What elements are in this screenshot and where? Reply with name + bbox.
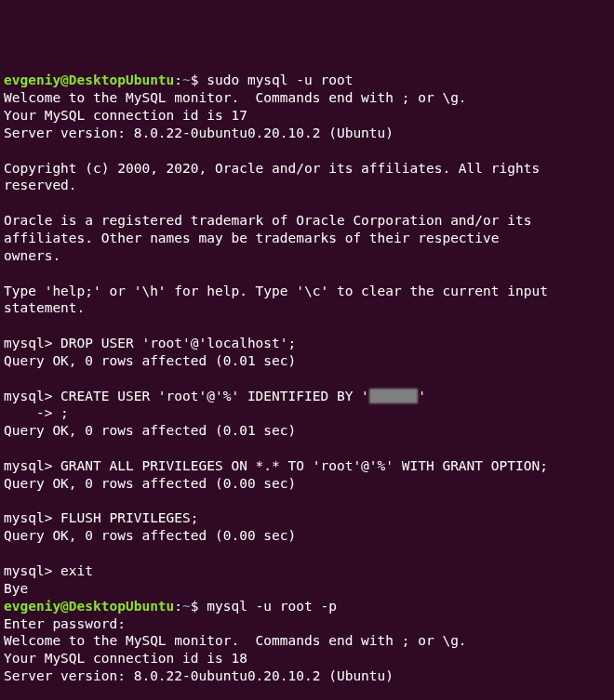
terminal-output[interactable]: evgeniy@DesktopUbuntu:~$ sudo mysql -u r…	[4, 72, 610, 700]
output-line: Welcome to the MySQL monitor. Commands e…	[4, 632, 610, 650]
output-line: Welcome to the MySQL monitor. Commands e…	[4, 89, 610, 107]
dollar: $	[191, 599, 207, 614]
mysql-continuation-line: -> ;	[4, 404, 610, 422]
command-text: sudo mysql -u root	[207, 73, 353, 87]
colon: :	[174, 73, 182, 87]
output-line: Copyright (c) 2000, 2020, Oracle and/or …	[4, 160, 610, 195]
blank-line	[4, 545, 610, 562]
blank-line	[4, 370, 610, 388]
command-text: mysql -u root -p	[207, 599, 337, 614]
output-line: Oracle is a registered trademark of Orac…	[4, 212, 610, 230]
blank-line	[4, 440, 610, 457]
output-line: Query OK, 0 rows affected (0.01 sec)	[4, 422, 610, 440]
shell-prompt-line: evgeniy@DesktopUbuntu:~$ sudo mysql -u r…	[4, 72, 610, 89]
dollar: $	[191, 73, 207, 87]
output-line: Query OK, 0 rows affected (0.00 sec)	[4, 475, 610, 493]
blank-line	[4, 142, 610, 160]
command-part: mysql> CREATE USER 'root'@'%' IDENTIFIED…	[4, 389, 369, 403]
blank-line	[4, 265, 610, 283]
output-line: owners.	[4, 247, 610, 265]
output-line: Query OK, 0 rows affected (0.00 sec)	[4, 527, 610, 545]
output-line: Enter password:	[4, 615, 610, 633]
output-line: Server version: 8.0.22-0ubuntu0.20.10.2 …	[4, 667, 610, 685]
path: ~	[182, 73, 191, 87]
output-line: Type 'help;' or '\h' for help. Type '\c'…	[4, 283, 610, 318]
blank-line	[4, 493, 610, 510]
shell-prompt-line: evgeniy@DesktopUbuntu:~$ mysql -u root -…	[4, 598, 610, 615]
user-host: evgeniy@DesktopUbuntu	[4, 599, 174, 614]
obscured-password: passwd	[369, 389, 418, 403]
mysql-prompt-line: mysql> DROP USER 'root'@'localhost';	[4, 335, 610, 352]
mysql-prompt-line: mysql> GRANT ALL PRIVILEGES ON *.* TO 'r…	[4, 457, 610, 475]
path: ~	[182, 599, 191, 614]
output-line: affiliates. Other names may be trademark…	[4, 230, 610, 247]
colon: :	[174, 599, 182, 614]
user-host: evgeniy@DesktopUbuntu	[4, 73, 174, 87]
blank-line	[4, 194, 610, 212]
mysql-prompt-line: mysql> CREATE USER 'root'@'%' IDENTIFIED…	[4, 388, 610, 405]
blank-line	[4, 685, 610, 700]
mysql-prompt-line: mysql> FLUSH PRIVILEGES;	[4, 509, 610, 527]
mysql-prompt-line: mysql> exit	[4, 562, 610, 580]
command-part: '	[418, 389, 426, 403]
output-line: Your MySQL connection id is 18	[4, 650, 610, 667]
output-line: Bye	[4, 580, 610, 598]
output-line: Server version: 8.0.22-0ubuntu0.20.10.2 …	[4, 125, 610, 142]
output-line: Your MySQL connection id is 17	[4, 107, 610, 125]
blank-line	[4, 317, 610, 335]
output-line: Query OK, 0 rows affected (0.01 sec)	[4, 352, 610, 370]
